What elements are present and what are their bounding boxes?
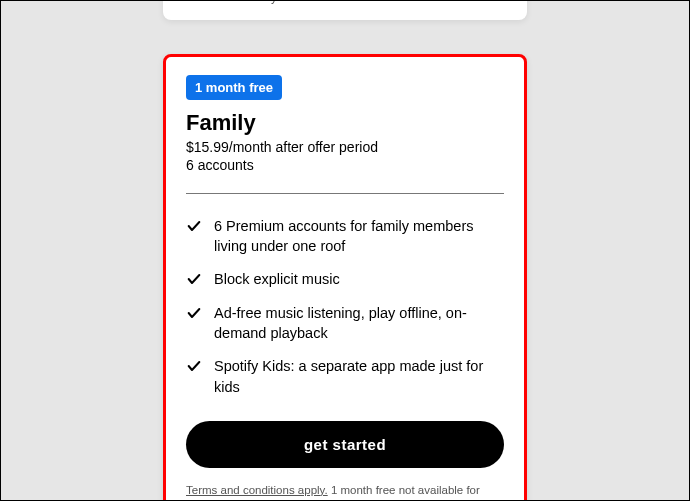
- feature-item: Ad-free music listening, play offline, o…: [186, 303, 504, 344]
- terms-text: Terms and conditions apply. 1 month free…: [186, 482, 504, 501]
- check-icon: [186, 271, 202, 287]
- divider: [186, 193, 504, 194]
- previous-plan-card: who have already tried Premium.: [163, 0, 527, 20]
- check-icon: [186, 358, 202, 374]
- feature-item: 6 Premium accounts for family members li…: [186, 216, 504, 257]
- feature-text: Block explicit music: [214, 269, 340, 289]
- feature-item: Block explicit music: [186, 269, 504, 289]
- plan-accounts: 6 accounts: [186, 157, 504, 173]
- previous-terms-text: who have already tried Premium.: [183, 0, 358, 4]
- check-icon: [186, 305, 202, 321]
- plan-card-family: 1 month free Family $15.99/month after o…: [163, 54, 527, 501]
- plan-price: $15.99/month after offer period: [186, 139, 504, 155]
- feature-item: Spotify Kids: a separate app made just f…: [186, 356, 504, 397]
- feature-text: Spotify Kids: a separate app made just f…: [214, 356, 504, 397]
- promo-badge: 1 month free: [186, 75, 282, 100]
- feature-list: 6 Premium accounts for family members li…: [186, 216, 504, 397]
- terms-link[interactable]: Terms and conditions apply.: [186, 484, 328, 496]
- get-started-button[interactable]: get started: [186, 421, 504, 468]
- check-icon: [186, 218, 202, 234]
- feature-text: 6 Premium accounts for family members li…: [214, 216, 504, 257]
- feature-text: Ad-free music listening, play offline, o…: [214, 303, 504, 344]
- plan-name: Family: [186, 110, 504, 136]
